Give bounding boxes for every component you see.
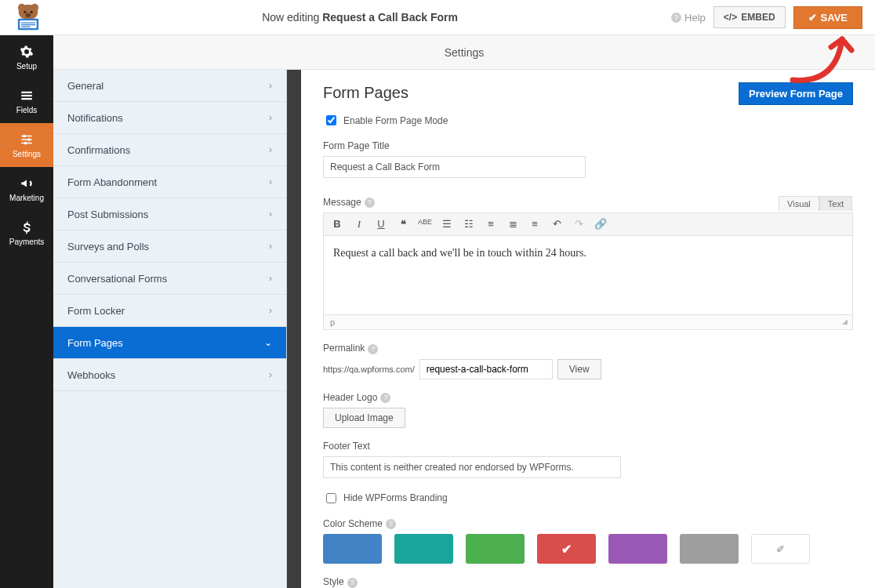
editor-status-bar: p ◢ [324, 314, 852, 329]
nav-setup[interactable]: Setup [0, 35, 53, 79]
color-swatch-blue[interactable] [323, 534, 382, 564]
bullhorn-icon [20, 176, 34, 191]
check-icon: ✔ [808, 12, 817, 24]
permalink-slug-input[interactable] [419, 359, 553, 379]
chevron-right-icon: › [269, 176, 272, 187]
settings-item-form-abandonment[interactable]: Form Abandonment› [53, 166, 286, 198]
chevron-right-icon: › [269, 80, 272, 91]
settings-item-general[interactable]: General› [53, 70, 286, 102]
save-button[interactable]: ✔ SAVE [793, 6, 862, 29]
bullet-list-icon[interactable]: ☰ [440, 218, 454, 230]
nav-marketing-label: Marketing [9, 194, 44, 202]
permalink-label: Permalink? [323, 343, 853, 354]
svg-point-1 [18, 4, 26, 12]
color-scheme-label: Color Scheme? [323, 518, 853, 529]
form-page-title-input[interactable] [323, 156, 586, 178]
svg-point-17 [23, 134, 26, 137]
wpforms-logo [13, 0, 52, 35]
s-label: Webhooks [67, 369, 115, 381]
help-tooltip-icon[interactable]: ? [347, 578, 358, 588]
form-page-title-label: Form Page Title [323, 140, 853, 151]
editor-path: p [330, 318, 335, 327]
help-tooltip-icon[interactable]: ? [368, 344, 378, 354]
quote-icon[interactable]: ❝ [396, 218, 410, 230]
s-label: General [67, 80, 103, 92]
help-link[interactable]: ? Help [668, 12, 706, 24]
help-tooltip-icon[interactable]: ? [365, 198, 375, 208]
align-left-icon[interactable]: ≡ [484, 218, 498, 230]
s-label: Form Abandonment [67, 176, 157, 188]
redo-icon[interactable]: ↷ [572, 218, 586, 230]
embed-button[interactable]: </> EMBED [713, 6, 786, 28]
color-swatch-red[interactable]: ✔ [537, 534, 596, 564]
link-icon[interactable]: 🔗 [594, 218, 608, 230]
topbar-actions: ? Help </> EMBED ✔ SAVE [668, 6, 862, 29]
nav-marketing[interactable]: Marketing [0, 167, 53, 211]
code-icon: </> [724, 12, 737, 23]
gear-icon [20, 45, 34, 59]
settings-item-form-locker[interactable]: Form Locker› [53, 295, 286, 327]
s-label: Conversational Forms [67, 273, 167, 285]
enable-form-page-label: Enable Form Page Mode [343, 115, 448, 126]
color-swatch-grey[interactable] [680, 534, 739, 564]
form-name-text: Request a Call Back Form [322, 11, 458, 24]
now-editing-text: Now editing [262, 11, 319, 24]
nav-settings[interactable]: Settings [0, 123, 53, 167]
color-swatch-custom[interactable]: ✐ [751, 534, 810, 564]
message-editor: Visual Text B I U ❝ ABE ☰ ☷ ≡ ≣ [323, 212, 853, 330]
help-tooltip-icon[interactable]: ? [386, 519, 396, 529]
upload-image-button[interactable]: Upload Image [323, 408, 405, 428]
hide-branding-label: Hide WPForms Branding [343, 492, 448, 503]
align-center-icon[interactable]: ≣ [506, 218, 520, 230]
nav-payments-label: Payments [9, 238, 44, 246]
message-label: Message? [323, 197, 853, 208]
chevron-right-icon: › [269, 305, 272, 316]
settings-item-notifications[interactable]: Notifications› [53, 102, 286, 134]
settings-item-surveys-polls[interactable]: Surveys and Polls› [53, 230, 286, 263]
svg-point-19 [24, 141, 27, 144]
list-icon [20, 89, 34, 103]
settings-item-form-pages[interactable]: Form Pages⌄ [53, 327, 286, 359]
color-swatch-purple[interactable] [608, 534, 667, 564]
form-area: Preview Form Page Form Pages Enable Form… [301, 70, 875, 588]
enable-form-page-checkbox[interactable] [326, 115, 336, 125]
topbar: Now editing Request a Call Back Form ? H… [0, 0, 875, 35]
settings-item-conversational[interactable]: Conversational Forms› [53, 263, 286, 295]
strike-icon[interactable]: ABE [418, 218, 432, 230]
underline-icon[interactable]: U [374, 218, 388, 230]
color-swatch-green[interactable] [466, 534, 525, 564]
italic-icon[interactable]: I [352, 218, 366, 230]
color-swatches: ✔ ✐ [323, 534, 853, 564]
header-logo-label: Header Logo? [323, 392, 853, 403]
editor-tab-visual[interactable]: Visual [779, 196, 819, 211]
editor-tab-text[interactable]: Text [819, 196, 852, 211]
preview-form-page-button[interactable]: Preview Form Page [739, 82, 853, 105]
color-swatch-teal[interactable] [394, 534, 453, 564]
align-right-icon[interactable]: ≡ [528, 218, 542, 230]
save-label: SAVE [821, 12, 848, 24]
help-tooltip-icon[interactable]: ? [380, 393, 390, 403]
settings-item-post-submissions[interactable]: Post Submissions› [53, 198, 286, 230]
resize-handle-icon[interactable]: ◢ [842, 318, 846, 327]
number-list-icon[interactable]: ☷ [462, 218, 476, 230]
editing-title: Now editing Request a Call Back Form [52, 11, 668, 24]
message-textarea[interactable]: Request a call back and we'll be in touc… [324, 236, 852, 314]
s-label: Surveys and Polls [67, 241, 149, 252]
chevron-right-icon: › [269, 144, 272, 155]
bold-icon[interactable]: B [330, 218, 344, 230]
undo-icon[interactable]: ↶ [550, 218, 564, 230]
footer-text-input[interactable] [323, 456, 621, 478]
nav-payments[interactable]: Payments [0, 211, 53, 255]
dollar-icon [20, 220, 34, 234]
settings-item-webhooks[interactable]: Webhooks› [53, 359, 286, 391]
hide-branding-row: Hide WPForms Branding [323, 491, 853, 506]
chevron-right-icon: › [269, 241, 272, 252]
footer-text-label: Footer Text [323, 441, 853, 452]
chevron-right-icon: › [269, 273, 272, 284]
settings-item-confirmations[interactable]: Confirmations› [53, 134, 286, 166]
s-label: Notifications [67, 112, 123, 124]
view-button[interactable]: View [557, 359, 601, 379]
hide-branding-checkbox[interactable] [326, 493, 336, 503]
permalink-base: https://qa.wpforms.com/ [323, 365, 415, 374]
nav-fields[interactable]: Fields [0, 79, 53, 123]
